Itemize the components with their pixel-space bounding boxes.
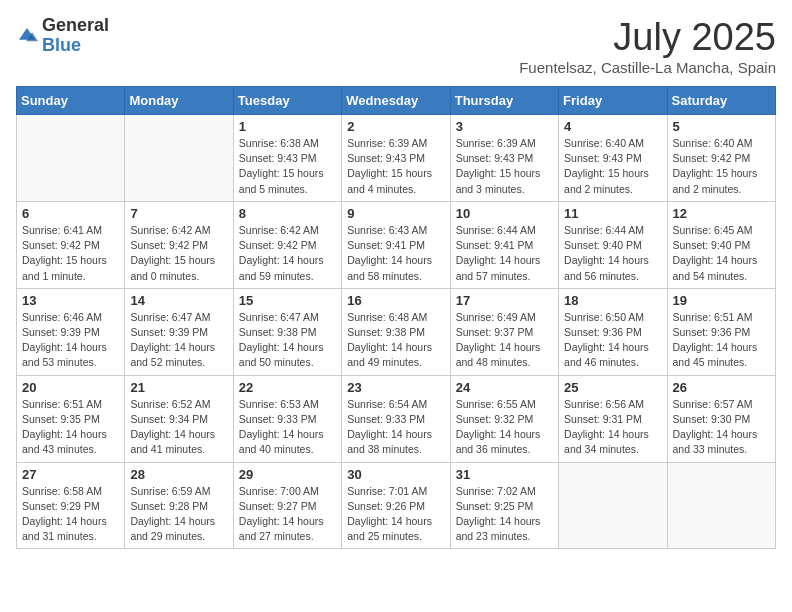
- calendar-cell: 13Sunrise: 6:46 AM Sunset: 9:39 PM Dayli…: [17, 288, 125, 375]
- day-info: Sunrise: 7:00 AM Sunset: 9:27 PM Dayligh…: [239, 484, 336, 545]
- calendar-cell: 6Sunrise: 6:41 AM Sunset: 9:42 PM Daylig…: [17, 201, 125, 288]
- calendar-cell: [667, 462, 775, 549]
- calendar-cell: 30Sunrise: 7:01 AM Sunset: 9:26 PM Dayli…: [342, 462, 450, 549]
- day-number: 16: [347, 293, 444, 308]
- day-number: 3: [456, 119, 553, 134]
- calendar-week-row: 6Sunrise: 6:41 AM Sunset: 9:42 PM Daylig…: [17, 201, 776, 288]
- day-info: Sunrise: 6:51 AM Sunset: 9:35 PM Dayligh…: [22, 397, 119, 458]
- day-number: 9: [347, 206, 444, 221]
- day-number: 23: [347, 380, 444, 395]
- calendar-week-row: 13Sunrise: 6:46 AM Sunset: 9:39 PM Dayli…: [17, 288, 776, 375]
- day-number: 27: [22, 467, 119, 482]
- calendar-week-row: 1Sunrise: 6:38 AM Sunset: 9:43 PM Daylig…: [17, 115, 776, 202]
- calendar-cell: 8Sunrise: 6:42 AM Sunset: 9:42 PM Daylig…: [233, 201, 341, 288]
- calendar-cell: 21Sunrise: 6:52 AM Sunset: 9:34 PM Dayli…: [125, 375, 233, 462]
- day-info: Sunrise: 7:02 AM Sunset: 9:25 PM Dayligh…: [456, 484, 553, 545]
- day-number: 14: [130, 293, 227, 308]
- day-info: Sunrise: 6:54 AM Sunset: 9:33 PM Dayligh…: [347, 397, 444, 458]
- day-number: 4: [564, 119, 661, 134]
- calendar-cell: 10Sunrise: 6:44 AM Sunset: 9:41 PM Dayli…: [450, 201, 558, 288]
- day-number: 2: [347, 119, 444, 134]
- weekday-header-saturday: Saturday: [667, 87, 775, 115]
- calendar-cell: 14Sunrise: 6:47 AM Sunset: 9:39 PM Dayli…: [125, 288, 233, 375]
- day-info: Sunrise: 6:41 AM Sunset: 9:42 PM Dayligh…: [22, 223, 119, 284]
- day-info: Sunrise: 6:55 AM Sunset: 9:32 PM Dayligh…: [456, 397, 553, 458]
- day-number: 19: [673, 293, 770, 308]
- day-number: 25: [564, 380, 661, 395]
- calendar-table: SundayMondayTuesdayWednesdayThursdayFrid…: [16, 86, 776, 549]
- calendar-cell: 4Sunrise: 6:40 AM Sunset: 9:43 PM Daylig…: [559, 115, 667, 202]
- day-info: Sunrise: 6:47 AM Sunset: 9:39 PM Dayligh…: [130, 310, 227, 371]
- day-number: 5: [673, 119, 770, 134]
- calendar-cell: [125, 115, 233, 202]
- day-info: Sunrise: 6:56 AM Sunset: 9:31 PM Dayligh…: [564, 397, 661, 458]
- day-number: 6: [22, 206, 119, 221]
- day-info: Sunrise: 6:49 AM Sunset: 9:37 PM Dayligh…: [456, 310, 553, 371]
- calendar-cell: 11Sunrise: 6:44 AM Sunset: 9:40 PM Dayli…: [559, 201, 667, 288]
- day-info: Sunrise: 6:42 AM Sunset: 9:42 PM Dayligh…: [130, 223, 227, 284]
- calendar-cell: 26Sunrise: 6:57 AM Sunset: 9:30 PM Dayli…: [667, 375, 775, 462]
- calendar-cell: 18Sunrise: 6:50 AM Sunset: 9:36 PM Dayli…: [559, 288, 667, 375]
- calendar-week-row: 20Sunrise: 6:51 AM Sunset: 9:35 PM Dayli…: [17, 375, 776, 462]
- day-number: 28: [130, 467, 227, 482]
- calendar-cell: 24Sunrise: 6:55 AM Sunset: 9:32 PM Dayli…: [450, 375, 558, 462]
- calendar-cell: 3Sunrise: 6:39 AM Sunset: 9:43 PM Daylig…: [450, 115, 558, 202]
- calendar-cell: 31Sunrise: 7:02 AM Sunset: 9:25 PM Dayli…: [450, 462, 558, 549]
- day-number: 17: [456, 293, 553, 308]
- day-number: 26: [673, 380, 770, 395]
- weekday-header-row: SundayMondayTuesdayWednesdayThursdayFrid…: [17, 87, 776, 115]
- location-subtitle: Fuentelsaz, Castille-La Mancha, Spain: [519, 59, 776, 76]
- weekday-header-wednesday: Wednesday: [342, 87, 450, 115]
- day-info: Sunrise: 6:44 AM Sunset: 9:41 PM Dayligh…: [456, 223, 553, 284]
- day-info: Sunrise: 6:51 AM Sunset: 9:36 PM Dayligh…: [673, 310, 770, 371]
- day-number: 12: [673, 206, 770, 221]
- logo: General Blue: [16, 16, 109, 56]
- calendar-cell: 28Sunrise: 6:59 AM Sunset: 9:28 PM Dayli…: [125, 462, 233, 549]
- day-info: Sunrise: 6:47 AM Sunset: 9:38 PM Dayligh…: [239, 310, 336, 371]
- day-number: 20: [22, 380, 119, 395]
- title-section: July 2025 Fuentelsaz, Castille-La Mancha…: [519, 16, 776, 76]
- calendar-cell: 7Sunrise: 6:42 AM Sunset: 9:42 PM Daylig…: [125, 201, 233, 288]
- day-number: 10: [456, 206, 553, 221]
- day-number: 29: [239, 467, 336, 482]
- day-info: Sunrise: 6:44 AM Sunset: 9:40 PM Dayligh…: [564, 223, 661, 284]
- day-info: Sunrise: 6:50 AM Sunset: 9:36 PM Dayligh…: [564, 310, 661, 371]
- day-info: Sunrise: 6:57 AM Sunset: 9:30 PM Dayligh…: [673, 397, 770, 458]
- day-info: Sunrise: 6:45 AM Sunset: 9:40 PM Dayligh…: [673, 223, 770, 284]
- calendar-cell: 5Sunrise: 6:40 AM Sunset: 9:42 PM Daylig…: [667, 115, 775, 202]
- day-info: Sunrise: 6:58 AM Sunset: 9:29 PM Dayligh…: [22, 484, 119, 545]
- day-number: 21: [130, 380, 227, 395]
- weekday-header-friday: Friday: [559, 87, 667, 115]
- day-info: Sunrise: 6:59 AM Sunset: 9:28 PM Dayligh…: [130, 484, 227, 545]
- day-info: Sunrise: 6:39 AM Sunset: 9:43 PM Dayligh…: [347, 136, 444, 197]
- calendar-cell: 12Sunrise: 6:45 AM Sunset: 9:40 PM Dayli…: [667, 201, 775, 288]
- day-info: Sunrise: 6:38 AM Sunset: 9:43 PM Dayligh…: [239, 136, 336, 197]
- day-number: 30: [347, 467, 444, 482]
- weekday-header-tuesday: Tuesday: [233, 87, 341, 115]
- weekday-header-thursday: Thursday: [450, 87, 558, 115]
- calendar-cell: 20Sunrise: 6:51 AM Sunset: 9:35 PM Dayli…: [17, 375, 125, 462]
- day-info: Sunrise: 6:48 AM Sunset: 9:38 PM Dayligh…: [347, 310, 444, 371]
- day-info: Sunrise: 7:01 AM Sunset: 9:26 PM Dayligh…: [347, 484, 444, 545]
- day-info: Sunrise: 6:46 AM Sunset: 9:39 PM Dayligh…: [22, 310, 119, 371]
- day-number: 22: [239, 380, 336, 395]
- calendar-cell: 9Sunrise: 6:43 AM Sunset: 9:41 PM Daylig…: [342, 201, 450, 288]
- day-info: Sunrise: 6:53 AM Sunset: 9:33 PM Dayligh…: [239, 397, 336, 458]
- day-number: 13: [22, 293, 119, 308]
- day-info: Sunrise: 6:40 AM Sunset: 9:42 PM Dayligh…: [673, 136, 770, 197]
- calendar-cell: 25Sunrise: 6:56 AM Sunset: 9:31 PM Dayli…: [559, 375, 667, 462]
- calendar-cell: [559, 462, 667, 549]
- day-number: 24: [456, 380, 553, 395]
- weekday-header-monday: Monday: [125, 87, 233, 115]
- day-info: Sunrise: 6:52 AM Sunset: 9:34 PM Dayligh…: [130, 397, 227, 458]
- day-number: 31: [456, 467, 553, 482]
- calendar-cell: 1Sunrise: 6:38 AM Sunset: 9:43 PM Daylig…: [233, 115, 341, 202]
- calendar-cell: 17Sunrise: 6:49 AM Sunset: 9:37 PM Dayli…: [450, 288, 558, 375]
- calendar-cell: 27Sunrise: 6:58 AM Sunset: 9:29 PM Dayli…: [17, 462, 125, 549]
- day-number: 18: [564, 293, 661, 308]
- calendar-cell: 16Sunrise: 6:48 AM Sunset: 9:38 PM Dayli…: [342, 288, 450, 375]
- calendar-cell: 15Sunrise: 6:47 AM Sunset: 9:38 PM Dayli…: [233, 288, 341, 375]
- calendar-cell: 19Sunrise: 6:51 AM Sunset: 9:36 PM Dayli…: [667, 288, 775, 375]
- day-number: 1: [239, 119, 336, 134]
- day-number: 7: [130, 206, 227, 221]
